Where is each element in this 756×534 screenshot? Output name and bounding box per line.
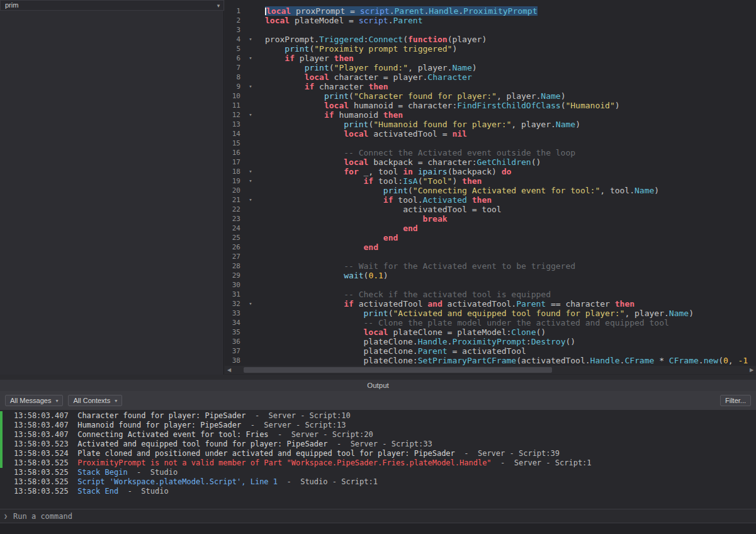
command-input[interactable]: Run a command xyxy=(13,512,72,521)
gutter-line-number[interactable]: 1 xyxy=(225,6,244,16)
code-line[interactable]: 20 print("Connecting Activated event for… xyxy=(225,186,756,195)
code-line[interactable]: 23 break xyxy=(225,214,756,224)
fold-arrow-icon[interactable]: ▾ xyxy=(244,299,257,309)
gutter-line-number[interactable]: 11 xyxy=(225,101,244,110)
gutter-line-number[interactable]: 14 xyxy=(225,129,244,139)
search-filter-dropdown[interactable]: prim ▾ xyxy=(0,0,224,11)
code-line[interactable]: 5 print("Proximity prompt triggered") xyxy=(225,44,756,54)
code-line[interactable]: 28 -- Wait for the Activated event to be… xyxy=(225,261,756,271)
code-line[interactable]: 34 -- Clone the plate model under the ac… xyxy=(225,318,756,327)
output-row[interactable]: 13:58:03.525 Stack End - Studio xyxy=(0,487,756,496)
output-log[interactable]: 13:58:03.407 Character found for player:… xyxy=(0,410,756,509)
output-row[interactable]: 13:58:03.525 Stack Begin - Studio xyxy=(0,468,756,477)
output-row[interactable]: 13:58:03.525 ProximityPrompt is not a va… xyxy=(0,458,756,468)
gutter-line-number[interactable]: 16 xyxy=(225,148,244,157)
code-line[interactable]: 37 plateClone.Parent = activatedTool xyxy=(225,346,756,356)
editor-hscrollbar[interactable]: ◀ ▶ xyxy=(225,366,756,374)
messages-filter-dropdown[interactable]: All Messages ▾ xyxy=(5,395,63,406)
code-line[interactable]: 19▾ if tool:IsA("Tool") then xyxy=(225,176,756,186)
code-line[interactable]: 10 print("Character found for player:", … xyxy=(225,91,756,101)
filter-button[interactable]: Filter... xyxy=(720,395,751,406)
gutter-line-number[interactable]: 22 xyxy=(225,205,244,214)
code-line[interactable]: 33 print("Activated and equipped tool fo… xyxy=(225,309,756,318)
code-line[interactable]: 35 local plateClone = plateModel:Clone() xyxy=(225,327,756,337)
code-line[interactable]: 13 print("Humanoid found for player:", p… xyxy=(225,120,756,129)
gutter-line-number[interactable]: 29 xyxy=(225,271,244,280)
code-line[interactable]: 3 xyxy=(225,25,756,35)
code-line[interactable]: 31 -- Check if the activated tool is equ… xyxy=(225,290,756,299)
scrollbar-track[interactable] xyxy=(234,366,747,374)
code-line[interactable]: 26 end xyxy=(225,242,756,252)
gutter-line-number[interactable]: 6 xyxy=(225,54,244,63)
gutter-line-number[interactable]: 19 xyxy=(225,176,244,186)
fold-arrow-icon[interactable]: ▾ xyxy=(244,82,257,91)
gutter-line-number[interactable]: 9 xyxy=(225,82,244,91)
code-line[interactable]: 22 activatedTool = tool xyxy=(225,205,756,214)
contexts-filter-dropdown[interactable]: All Contexts ▾ xyxy=(68,395,122,406)
gutter-line-number[interactable]: 31 xyxy=(225,290,244,299)
gutter-line-number[interactable]: 8 xyxy=(225,72,244,82)
gutter-line-number[interactable]: 10 xyxy=(225,91,244,101)
code-line[interactable]: 1local proxPrompt = script.Parent.Handle… xyxy=(225,6,756,16)
gutter-line-number[interactable]: 2 xyxy=(225,16,244,25)
fold-arrow-icon[interactable]: ▾ xyxy=(244,195,257,205)
code-line[interactable]: 15 xyxy=(225,139,756,148)
fold-arrow-icon[interactable]: ▾ xyxy=(244,176,257,186)
code-line[interactable]: 8 local character = player.Character xyxy=(225,72,756,82)
output-row[interactable]: 13:58:03.525 Script 'Workspace.plateMode… xyxy=(0,477,756,487)
fold-arrow-icon[interactable]: ▾ xyxy=(244,54,257,63)
code-line[interactable]: 9▾ if character then xyxy=(225,82,756,91)
gutter-line-number[interactable]: 25 xyxy=(225,233,244,242)
code-line[interactable]: 16 -- Connect the Activated event outsid… xyxy=(225,148,756,157)
code-line[interactable]: 36 plateClone.Handle.ProximityPrompt:Des… xyxy=(225,337,756,346)
code-line[interactable]: 25 end xyxy=(225,233,756,242)
code-line[interactable]: 7 print("Player found:", player.Name) xyxy=(225,63,756,72)
gutter-line-number[interactable]: 37 xyxy=(225,346,244,356)
code-line[interactable]: 24 end xyxy=(225,224,756,233)
output-row[interactable]: 13:58:03.407 Character found for player:… xyxy=(0,411,756,421)
gutter-line-number[interactable]: 28 xyxy=(225,261,244,271)
script-editor[interactable]: 1local proxPrompt = script.Parent.Handle… xyxy=(225,0,756,375)
code-line[interactable]: 2local plateModel = script.Parent xyxy=(225,16,756,25)
scroll-right-icon[interactable]: ▶ xyxy=(747,366,756,374)
gutter-line-number[interactable]: 3 xyxy=(225,25,244,35)
gutter-line-number[interactable]: 38 xyxy=(225,356,244,365)
gutter-line-number[interactable]: 30 xyxy=(225,280,244,290)
gutter-line-number[interactable]: 5 xyxy=(225,44,244,54)
gutter-line-number[interactable]: 4 xyxy=(225,35,244,44)
gutter-line-number[interactable]: 36 xyxy=(225,337,244,346)
output-row[interactable]: 13:58:03.523 Activated and equipped tool… xyxy=(0,440,756,449)
output-row[interactable]: 13:58:03.524 Plate cloned and positioned… xyxy=(0,449,756,458)
gutter-line-number[interactable]: 13 xyxy=(225,120,244,129)
gutter-line-number[interactable]: 12 xyxy=(225,110,244,120)
chevron-down-icon[interactable]: ▾ xyxy=(213,3,223,9)
scrollbar-thumb[interactable] xyxy=(244,367,552,373)
code-line[interactable]: 30 xyxy=(225,280,756,290)
code-line[interactable]: 6▾ if player then xyxy=(225,54,756,63)
fold-arrow-icon[interactable]: ▾ xyxy=(244,110,257,120)
gutter-line-number[interactable]: 27 xyxy=(225,252,244,261)
gutter-line-number[interactable]: 34 xyxy=(225,318,244,327)
code-line[interactable]: 11 local humanoid = character:FindFirstC… xyxy=(225,101,756,110)
fold-arrow-icon[interactable]: ▾ xyxy=(244,35,257,44)
code-line[interactable]: 21▾ if tool.Activated then xyxy=(225,195,756,205)
code-line[interactable]: 4▾proxPrompt.Triggered:Connect(function(… xyxy=(225,35,756,44)
gutter-line-number[interactable]: 15 xyxy=(225,139,244,148)
gutter-line-number[interactable]: 32 xyxy=(225,299,244,309)
code-line[interactable]: 27 xyxy=(225,252,756,261)
code-line[interactable]: 18▾ for _, tool in ipairs(backpack) do xyxy=(225,167,756,176)
code-line[interactable]: 12▾ if humanoid then xyxy=(225,110,756,120)
code-line[interactable]: 38 plateClone:SetPrimaryPartCFrame(activ… xyxy=(225,356,756,365)
code-line[interactable]: 32▾ if activatedTool and activatedTool.P… xyxy=(225,299,756,309)
gutter-line-number[interactable]: 17 xyxy=(225,157,244,167)
code-line[interactable]: 29 wait(0.1) xyxy=(225,271,756,280)
command-bar[interactable]: ❯ Run a command xyxy=(0,509,756,523)
gutter-line-number[interactable]: 23 xyxy=(225,214,244,224)
output-row[interactable]: 13:58:03.407 Humanoid found for player: … xyxy=(0,421,756,430)
gutter-line-number[interactable]: 7 xyxy=(225,63,244,72)
fold-arrow-icon[interactable]: ▾ xyxy=(244,167,257,176)
scroll-left-icon[interactable]: ◀ xyxy=(225,366,234,374)
gutter-line-number[interactable]: 33 xyxy=(225,309,244,318)
code-line[interactable]: 17 local backpack = character:GetChildre… xyxy=(225,157,756,167)
gutter-line-number[interactable]: 35 xyxy=(225,327,244,337)
